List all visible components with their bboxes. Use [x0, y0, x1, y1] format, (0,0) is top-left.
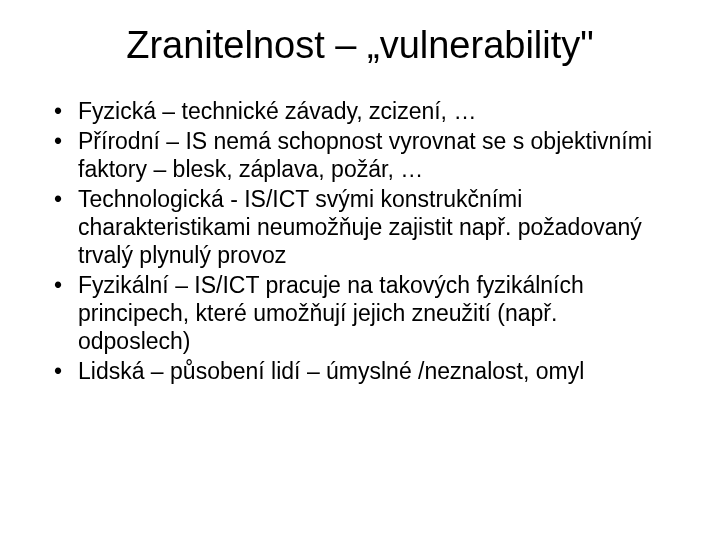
- list-item: Fyzická – technické závady, zcizení, …: [78, 97, 670, 125]
- slide: Zranitelnost – „vulnerability" Fyzická –…: [0, 0, 720, 540]
- slide-title: Zranitelnost – „vulnerability": [50, 24, 670, 67]
- list-item: Přírodní – IS nemá schopnost vyrovnat se…: [78, 127, 670, 183]
- bullet-list: Fyzická – technické závady, zcizení, … P…: [50, 97, 670, 385]
- list-item: Lidská – působení lidí – úmyslné /neznal…: [78, 357, 670, 385]
- list-item: Fyzikální – IS/ICT pracuje na takových f…: [78, 271, 670, 355]
- list-item: Technologická - IS/ICT svými konstrukční…: [78, 185, 670, 269]
